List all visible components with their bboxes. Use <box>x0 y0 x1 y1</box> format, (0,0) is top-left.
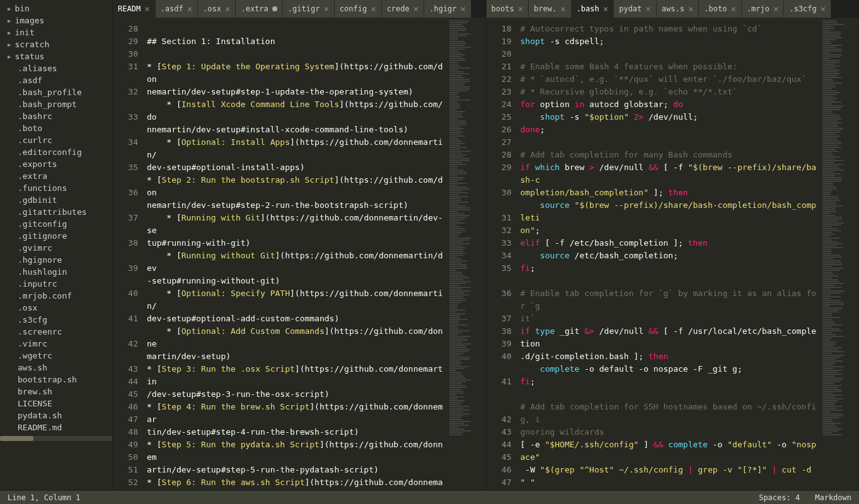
status-syntax[interactable]: Markdown <box>815 493 851 502</box>
file-item[interactable]: brew.sh <box>0 386 112 398</box>
file-item[interactable]: .screenrc <box>0 326 112 338</box>
folder-item[interactable]: scratch <box>0 38 112 50</box>
tab-label: .extra <box>241 4 268 13</box>
right-editor-pane: boots×brew.×.bash×pydat×aws.s×.boto×.mrj… <box>486 0 860 490</box>
tab[interactable]: .extra <box>236 0 282 18</box>
tab-label: brew. <box>534 4 556 13</box>
close-icon[interactable]: × <box>645 4 650 14</box>
tab-label: .asdf <box>161 4 183 13</box>
tab-label: .boto <box>704 4 727 13</box>
right-tab-bar: boots×brew.×.bash×pydat×aws.s×.boto×.mrj… <box>487 0 860 18</box>
tab-label: crede <box>387 4 410 13</box>
sidebar-scrollbar[interactable] <box>0 436 112 441</box>
folder-item[interactable]: status <box>0 50 112 62</box>
tab-label: READM <box>118 4 141 13</box>
close-icon[interactable]: × <box>144 4 149 14</box>
folder-item[interactable]: bin <box>0 3 112 14</box>
tab-label: .bash <box>577 4 599 13</box>
tab-label: config <box>340 4 367 13</box>
close-icon[interactable]: × <box>821 4 826 14</box>
tab-label: .osx <box>203 4 221 13</box>
file-item[interactable]: .editorconfig <box>0 146 112 158</box>
right-gutter: 181920212223242526272829 30 3132333435 3… <box>487 18 517 490</box>
left-code-area[interactable]: ## Section 1: Installation* [Step 1: Upd… <box>143 18 448 490</box>
tab[interactable]: aws.s× <box>657 0 700 18</box>
file-item[interactable]: .inputrc <box>0 278 112 290</box>
tab[interactable]: .s3cfg× <box>784 0 831 18</box>
file-item[interactable]: .boto <box>0 122 112 134</box>
tab[interactable]: brew.× <box>529 0 572 18</box>
file-item[interactable]: .gitattributes <box>0 206 112 218</box>
file-item[interactable]: .bash_profile <box>0 86 112 98</box>
file-item[interactable]: .gdbinit <box>0 194 112 206</box>
file-item[interactable]: README.md <box>0 421 112 433</box>
close-icon[interactable]: × <box>773 4 778 14</box>
close-icon[interactable]: × <box>413 4 418 14</box>
status-cursor-position: Line 1, Column 1 <box>8 493 81 502</box>
close-icon[interactable]: × <box>730 4 735 14</box>
file-item[interactable]: .wgetrc <box>0 350 112 362</box>
left-minimap[interactable] <box>448 18 486 490</box>
left-gutter: 28293031 32 33 34 35 36 37 38 39 40 41 4… <box>113 18 143 490</box>
close-icon[interactable]: × <box>688 4 693 14</box>
tab[interactable]: boots× <box>487 0 529 18</box>
right-code-area[interactable]: # Autocorrect typos in path names when u… <box>517 18 822 490</box>
file-sidebar[interactable]: binimagesinitscratchstatus.aliases.asdf.… <box>0 0 112 490</box>
status-indent[interactable]: Spaces: 4 <box>759 493 800 502</box>
left-editor-pane: READM×.asdf×.osx×.extra.gitigr×config×cr… <box>112 0 486 490</box>
tab-label: .gitigr <box>288 4 320 13</box>
close-icon[interactable]: × <box>371 4 376 14</box>
file-item[interactable]: .mrjob.conf <box>0 290 112 302</box>
file-item[interactable]: bootstrap.sh <box>0 374 112 386</box>
left-tab-bar: READM×.asdf×.osx×.extra.gitigr×config×cr… <box>113 0 486 18</box>
tab-label: aws.s <box>662 4 684 13</box>
close-icon[interactable]: × <box>225 4 230 14</box>
tab-label: pydat <box>619 4 642 13</box>
tab[interactable]: pydat× <box>614 0 657 18</box>
file-item[interactable]: .hushlogin <box>0 266 112 278</box>
file-item[interactable]: pydata.sh <box>0 410 112 421</box>
file-item[interactable]: .exports <box>0 158 112 170</box>
tab[interactable]: .bash× <box>572 0 614 18</box>
tab[interactable]: .boto× <box>699 0 742 18</box>
tab[interactable]: crede× <box>382 0 425 18</box>
file-item[interactable]: .curlrc <box>0 134 112 146</box>
tab-label: .s3cfg <box>789 4 816 13</box>
file-item[interactable]: .gitconfig <box>0 218 112 230</box>
tab-label: .hgigr <box>429 4 456 13</box>
tab[interactable]: READM× <box>113 0 156 18</box>
right-minimap[interactable] <box>821 18 859 490</box>
tab[interactable]: .osx× <box>198 0 236 18</box>
close-icon[interactable]: × <box>187 4 192 14</box>
file-item[interactable]: .functions <box>0 182 112 194</box>
file-item[interactable]: .bashrc <box>0 110 112 122</box>
close-icon[interactable]: × <box>603 4 608 14</box>
close-icon[interactable]: × <box>461 4 466 14</box>
status-bar: Line 1, Column 1 Spaces: 4 Markdown <box>0 490 859 504</box>
file-item[interactable]: .gitignore <box>0 230 112 242</box>
tab[interactable]: .mrjo× <box>742 0 785 18</box>
file-item[interactable]: .s3cfg <box>0 314 112 326</box>
tab[interactable]: .asdf× <box>156 0 199 18</box>
tab[interactable]: config× <box>335 0 382 18</box>
close-icon[interactable]: × <box>518 4 523 14</box>
folder-item[interactable]: images <box>0 14 112 26</box>
close-icon[interactable]: × <box>560 4 565 14</box>
file-item[interactable]: .extra <box>0 170 112 182</box>
file-item[interactable]: .gvimrc <box>0 242 112 254</box>
file-item[interactable]: aws.sh <box>0 362 112 374</box>
tab-label: boots <box>492 4 514 13</box>
file-item[interactable]: LICENSE <box>0 398 112 410</box>
dirty-indicator-icon <box>272 6 277 11</box>
file-item[interactable]: .hgignore <box>0 254 112 266</box>
file-item[interactable]: .bash_prompt <box>0 98 112 110</box>
file-item[interactable]: .asdf <box>0 74 112 86</box>
file-item[interactable]: .aliases <box>0 62 112 74</box>
close-icon[interactable]: × <box>323 4 328 14</box>
folder-item[interactable]: init <box>0 26 112 38</box>
tab-label: .mrjo <box>747 4 770 13</box>
tab[interactable]: .hgigr× <box>424 0 471 18</box>
file-item[interactable]: .vimrc <box>0 338 112 350</box>
file-item[interactable]: .osx <box>0 302 112 314</box>
tab[interactable]: .gitigr× <box>283 0 335 18</box>
